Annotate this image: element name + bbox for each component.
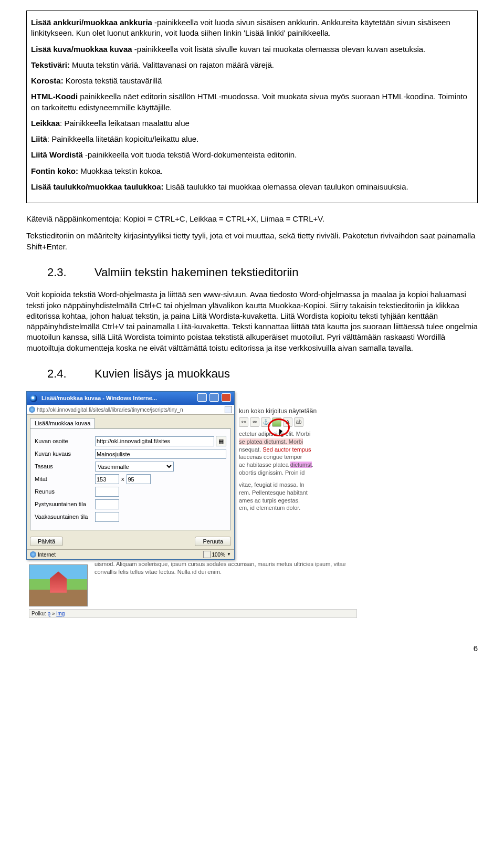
- input-image-desc[interactable]: [95, 449, 226, 459]
- p-image: Lisää kuva/muokkaa kuvaa -painikkeella v…: [31, 44, 473, 55]
- anchor-icon[interactable]: ⚓: [261, 417, 270, 427]
- section-2-4-heading: 2.4.Kuvien lisäys ja muokkaus: [47, 366, 478, 382]
- address-url: http://okl.innovadigital.fi/sites/all/li…: [37, 406, 223, 414]
- p-paste: Liitä: Painikkeella liitetään kopioitu/l…: [31, 134, 473, 144]
- section-2-3-heading: 2.3.Valmiin tekstin hakeminen tekstiedit…: [47, 265, 478, 280]
- p-textcolor: Tekstiväri: Muuta tekstin väriä. Valitta…: [31, 60, 473, 70]
- screenshot-composite: Lisää/muokkaa kuvaa - Windows Interne...…: [26, 391, 362, 622]
- dialog-title: Lisää/muokkaa kuvaa - Windows Interne...: [41, 394, 157, 402]
- input-height[interactable]: [127, 474, 151, 484]
- close-button[interactable]: [222, 393, 231, 402]
- editor-sample-text: ectetur adipiscing elit. Morbi se platea…: [239, 430, 357, 512]
- dim-separator: x: [121, 475, 124, 483]
- unlink-icon[interactable]: ⚮: [250, 417, 259, 427]
- globe-icon: [29, 406, 35, 413]
- editor-preview-pane: kun koko kirjoitus näytetään ⚯ ⚮ ⚓ A ab …: [239, 407, 357, 512]
- dialog-panel: Kuvan osoite ▦ Kuvan kuvaus Tasaus Vasem…: [30, 428, 231, 530]
- link-icon[interactable]: ⚯: [239, 417, 248, 427]
- label-image-url: Kuvan osoite: [35, 437, 95, 445]
- ie-icon: [30, 395, 37, 402]
- highlight-icon[interactable]: ab: [294, 417, 303, 427]
- label-hspace: Vaakasuuntainen tila: [35, 513, 95, 521]
- editor-toolbar: ⚯ ⚮ ⚓ A ab: [239, 417, 357, 427]
- input-border[interactable]: [95, 487, 119, 497]
- p-cut: Leikkaa: Painikkeella leikataan maalattu…: [31, 118, 473, 129]
- internet-icon: [30, 551, 36, 558]
- p-table: Lisää taulukko/muokkaa taulukkoa: Lisää …: [31, 182, 473, 192]
- label-border: Reunus: [35, 488, 95, 496]
- font-color-icon[interactable]: A: [283, 417, 292, 427]
- minimize-button[interactable]: [197, 393, 207, 402]
- cancel-button[interactable]: Peruuta: [195, 537, 231, 546]
- editor-style-note: Tekstieditoriin on määritelty kirjasinty…: [26, 231, 478, 252]
- info-box: Lisää ankkuri/muokkaa ankkuria -painikke…: [26, 11, 478, 203]
- dialog-titlebar[interactable]: Lisää/muokkaa kuvaa - Windows Interne...: [27, 392, 234, 405]
- input-hspace[interactable]: [95, 512, 119, 522]
- page-number: 6: [26, 643, 478, 654]
- address-dropdown-icon[interactable]: [225, 406, 232, 413]
- p-font-size: Fontin koko: Muokkaa tekstin kokoa.: [31, 166, 473, 176]
- editor-path-bar: Polku: p » img: [29, 609, 357, 619]
- input-width[interactable]: [95, 474, 119, 484]
- label-align: Tasaus: [35, 463, 95, 470]
- address-bar[interactable]: http://okl.innovadigital.fi/sites/all/li…: [27, 405, 234, 415]
- mouse-cursor-icon: [279, 429, 286, 437]
- zoom-value: 100%: [212, 551, 226, 559]
- p-anchor: Lisää ankkuri/muokkaa ankkuria -painikke…: [31, 17, 473, 39]
- label-dim: Mitat: [35, 475, 95, 483]
- insert-image-icon[interactable]: [272, 417, 281, 427]
- tab-general[interactable]: Lisää/muokkaa kuvaa: [30, 418, 95, 428]
- select-align[interactable]: Vasemmalle: [95, 462, 174, 472]
- section-2-3-body: Voit kopioida tekstiä Word-ohjelmasta ja…: [26, 289, 478, 353]
- maximize-button[interactable]: [209, 393, 219, 402]
- input-image-url[interactable]: [95, 436, 214, 446]
- editor-caption: kun koko kirjoitus näytetään: [239, 407, 357, 415]
- image-dialog-window: Lisää/muokkaa kuvaa - Windows Interne...…: [26, 391, 235, 560]
- label-vspace: Pystysuuntainen tila: [35, 500, 95, 508]
- shortcut-tips: Käteviä näppäinkomentoja: Kopioi = CTRL+…: [26, 214, 478, 224]
- label-image-desc: Kuvan kuvaus: [35, 450, 95, 458]
- input-vspace[interactable]: [95, 499, 119, 509]
- sample-image-thumbnail: [29, 564, 88, 606]
- update-button[interactable]: Päivitä: [30, 537, 63, 546]
- p-highlight: Korosta: Korosta tekstiä taustavärillä: [31, 76, 473, 86]
- status-bar: Internet 100%▼: [27, 549, 234, 559]
- p-htmlcode: HTML-Koodi painikkeella näet editorin si…: [31, 91, 473, 113]
- p-paste-word: Liitä Wordistä -painikkeella voit tuoda …: [31, 150, 473, 160]
- browse-button[interactable]: ▦: [216, 436, 226, 446]
- zoom-icon[interactable]: [203, 551, 211, 558]
